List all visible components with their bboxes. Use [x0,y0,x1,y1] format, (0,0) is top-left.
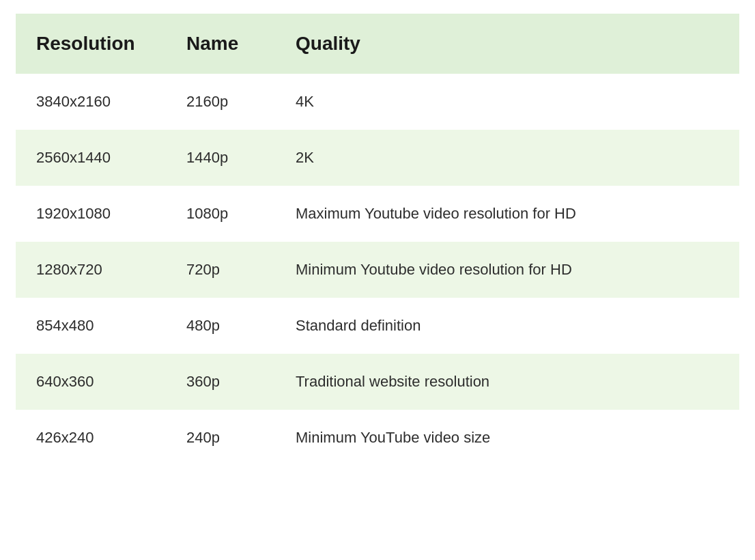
cell-resolution: 2560x1440 [16,130,166,186]
cell-resolution: 426x240 [16,410,166,466]
header-resolution: Resolution [16,14,166,74]
header-name: Name [166,14,275,74]
table-row: 3840x21602160p4K [16,74,739,130]
table-row: 1280x720720pMinimum Youtube video resolu… [16,242,739,298]
table-row: 1920x10801080pMaximum Youtube video reso… [16,186,739,242]
cell-quality: Minimum YouTube video size [275,410,739,466]
cell-resolution: 1280x720 [16,242,166,298]
table-row: 426x240240pMinimum YouTube video size [16,410,739,466]
cell-resolution: 854x480 [16,298,166,354]
cell-name: 480p [166,298,275,354]
cell-quality: 2K [275,130,739,186]
cell-quality: Traditional website resolution [275,354,739,410]
cell-resolution: 640x360 [16,354,166,410]
cell-quality: Standard definition [275,298,739,354]
cell-name: 1440p [166,130,275,186]
cell-resolution: 3840x2160 [16,74,166,130]
cell-name: 360p [166,354,275,410]
header-quality: Quality [275,14,739,74]
cell-name: 240p [166,410,275,466]
cell-quality: Maximum Youtube video resolution for HD [275,186,739,242]
cell-quality: 4K [275,74,739,130]
cell-name: 1080p [166,186,275,242]
cell-resolution: 1920x1080 [16,186,166,242]
table-container: Resolution Name Quality 3840x21602160p4K… [16,14,739,466]
table-row: 2560x14401440p2K [16,130,739,186]
table-header-row: Resolution Name Quality [16,14,739,74]
cell-name: 2160p [166,74,275,130]
table-row: 854x480480pStandard definition [16,298,739,354]
cell-name: 720p [166,242,275,298]
cell-quality: Minimum Youtube video resolution for HD [275,242,739,298]
table-row: 640x360360pTraditional website resolutio… [16,354,739,410]
resolution-table: Resolution Name Quality 3840x21602160p4K… [16,14,739,466]
